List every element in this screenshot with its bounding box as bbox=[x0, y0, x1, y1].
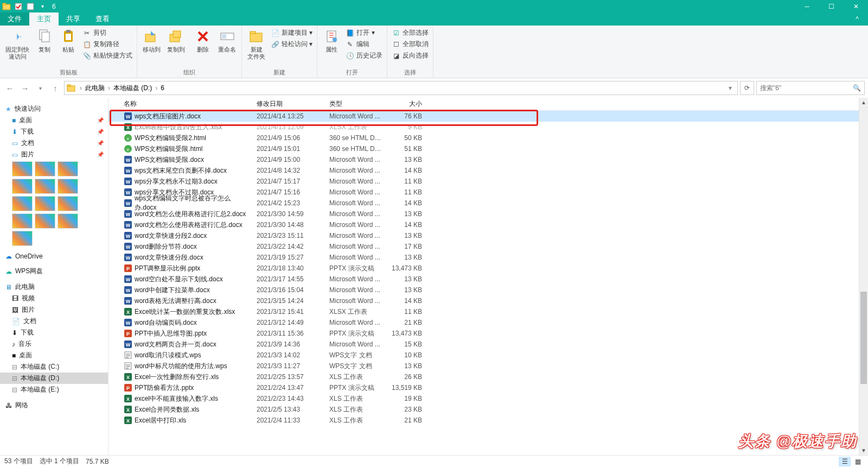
file-row[interactable]: eWPS文档编辑受限2.html2021/4/9 15:06360 se HTM… bbox=[108, 132, 859, 143]
file-row[interactable]: Wword文档两页合并一页.docx2021/3/9 14:36Microsof… bbox=[108, 339, 859, 350]
search-input[interactable] bbox=[760, 84, 853, 92]
breadcrumb[interactable]: 本地磁盘 (D:) bbox=[111, 84, 154, 93]
select-none-button[interactable]: ☐全部取消 bbox=[390, 39, 431, 49]
sidebar-pictures[interactable]: ▭图片📌 bbox=[0, 149, 108, 160]
properties-button[interactable]: 属性 bbox=[320, 27, 343, 54]
pinned-folder-thumbs[interactable] bbox=[0, 230, 108, 247]
file-row[interactable]: XExcel统计某一数据的重复次数.xlsx2021/3/12 15:41XLS… bbox=[108, 306, 859, 317]
history-button[interactable]: 🕓历史记录 bbox=[343, 51, 385, 61]
file-row[interactable]: Wwps分享文档永不过期3.docx2021/4/7 15:17Microsof… bbox=[108, 176, 859, 187]
sidebar-music[interactable]: ♪音乐 bbox=[0, 338, 108, 350]
file-row[interactable]: PPPT调整显示比例.pptx2021/3/18 13:40PPTX 演示文稿1… bbox=[108, 263, 859, 274]
file-row[interactable]: Wword中创建下拉菜单.docx2021/3/16 15:04Microsof… bbox=[108, 285, 859, 295]
minimize-button[interactable]: ─ bbox=[795, 0, 819, 12]
move-to-button[interactable]: 移动到 bbox=[139, 27, 164, 54]
tab-share[interactable]: 共享 bbox=[59, 12, 88, 26]
rename-button[interactable]: 重命名 bbox=[215, 27, 239, 54]
file-row[interactable]: XExcel表格中设置四舍五入.xlsx2021/4/13 12:09XLSX … bbox=[108, 122, 859, 132]
refresh-button[interactable]: ⟳ bbox=[740, 81, 754, 95]
file-row[interactable]: Wword文章快速分段2.docx2021/3/23 15:11Microsof… bbox=[108, 230, 859, 241]
column-type[interactable]: 类型 bbox=[325, 99, 386, 109]
file-row[interactable]: Wword自动编页码.docx2021/3/12 14:49Microsoft … bbox=[108, 317, 859, 328]
sidebar-desktop[interactable]: ■桌面📌 bbox=[0, 115, 108, 126]
pinned-folder-thumbs[interactable] bbox=[0, 195, 108, 212]
sidebar-wps[interactable]: ☁WPS网盘 bbox=[0, 266, 108, 277]
file-row[interactable]: XExcel一次性删除所有空行.xls2021/2/25 13:57XLS 工作… bbox=[108, 371, 859, 382]
file-row[interactable]: Wword文档怎么使用表格进行汇总.docx2021/3/30 14:48Mic… bbox=[108, 219, 859, 230]
column-size[interactable]: 大小 bbox=[386, 99, 426, 109]
back-button[interactable]: ← bbox=[3, 81, 16, 94]
file-row[interactable]: Wword删除分节符.docx2021/3/22 14:42Microsoft … bbox=[108, 241, 859, 252]
copy-path-button[interactable]: 📋复制路径 bbox=[80, 39, 135, 49]
easy-access-button[interactable]: 🔗轻松访问 ▾ bbox=[269, 39, 315, 49]
tab-file[interactable]: 文件 bbox=[0, 12, 29, 26]
address-bar[interactable]: › 此电脑 › 本地磁盘 (D:) › 6 ▾ bbox=[64, 81, 738, 95]
file-row[interactable]: PPPT中插入思维导图.pptx2021/3/11 15:36PPTX 演示文稿… bbox=[108, 328, 859, 339]
sidebar-drive-e[interactable]: ⊟本地磁盘 (E:) bbox=[0, 384, 108, 395]
delete-button[interactable]: 删除 bbox=[191, 27, 215, 54]
invert-selection-button[interactable]: ◪反向选择 bbox=[390, 51, 431, 61]
file-row[interactable]: eWPS文档编辑受限.html2021/4/9 15:01360 se HTML… bbox=[108, 143, 859, 154]
pin-to-quickaccess-button[interactable]: 固定到快 速访问 bbox=[2, 27, 33, 61]
sidebar-documents[interactable]: 📄文档 bbox=[0, 315, 108, 327]
file-row[interactable]: Wwps文档压缩图片.docx2021/4/14 13:25Microsoft … bbox=[108, 111, 859, 122]
paste-shortcut-button[interactable]: 📎粘贴快捷方式 bbox=[80, 51, 135, 61]
sidebar-documents[interactable]: ▭文档📌 bbox=[0, 137, 108, 149]
tab-home[interactable]: 主页 bbox=[29, 12, 59, 26]
file-row[interactable]: word取消只读模式.wps2021/3/3 14:02WPS文字 文档10 K… bbox=[108, 350, 859, 361]
sidebar-drive-d[interactable]: ⊟本地磁盘 (D:) bbox=[0, 373, 108, 384]
dropdown-icon[interactable]: ▾ bbox=[725, 84, 735, 92]
copy-to-button[interactable]: 复制到 bbox=[164, 27, 188, 54]
file-row[interactable]: WWPS文档编辑受限.docx2021/4/9 15:00Microsoft W… bbox=[108, 154, 859, 165]
scroll-up-arrow[interactable]: ▲ bbox=[859, 98, 868, 107]
cut-button[interactable]: ✂剪切 bbox=[80, 28, 135, 38]
breadcrumb[interactable]: 此电脑 bbox=[83, 84, 107, 93]
sidebar-downloads[interactable]: ⬇下载📌 bbox=[0, 126, 108, 137]
file-row[interactable]: Xexcel中不能直接输入数字.xls2021/2/23 14:43XLS 工作… bbox=[108, 393, 859, 404]
scroll-thumb[interactable] bbox=[860, 292, 867, 384]
paste-button[interactable]: 粘贴 bbox=[56, 27, 80, 54]
icons-view-button[interactable]: ▦ bbox=[852, 457, 864, 466]
file-row[interactable]: Wword表格无法调整行高.docx2021/3/15 14:24Microso… bbox=[108, 295, 859, 306]
copy-button[interactable]: 复制 bbox=[33, 27, 56, 54]
tab-view[interactable]: 查看 bbox=[88, 12, 117, 26]
sidebar-videos[interactable]: 🎞视频 bbox=[0, 293, 108, 304]
pinned-folder-thumbs[interactable] bbox=[0, 178, 108, 195]
pinned-folder-thumbs[interactable] bbox=[0, 212, 108, 230]
file-row[interactable]: word中标尺功能的使用方法.wps2021/3/3 11:27WPS文字 文档… bbox=[108, 361, 859, 371]
new-item-button[interactable]: 📄新建项目 ▾ bbox=[269, 28, 315, 38]
sidebar-downloads[interactable]: ⬇下载 bbox=[0, 327, 108, 338]
new-folder-button[interactable]: 新建 文件夹 bbox=[244, 27, 269, 61]
maximize-button[interactable]: ☐ bbox=[819, 0, 844, 12]
details-view-button[interactable]: ☰ bbox=[839, 457, 851, 466]
ribbon-collapse-button[interactable]: ^ bbox=[846, 12, 868, 26]
file-row[interactable]: Wword文档怎么使用表格进行汇总2.docx2021/3/30 14:59Mi… bbox=[108, 209, 859, 219]
sidebar-quickaccess[interactable]: ★快速访问 bbox=[0, 103, 108, 115]
breadcrumb[interactable]: 6 bbox=[158, 84, 167, 92]
column-date[interactable]: 修改日期 bbox=[252, 99, 325, 109]
file-row[interactable]: Wword空白处不显示下划线.docx2021/3/17 14:55Micros… bbox=[108, 274, 859, 285]
search-box[interactable]: 🔍 bbox=[756, 81, 865, 95]
sidebar-desktop[interactable]: ■桌面 bbox=[0, 350, 108, 361]
close-button[interactable]: ✕ bbox=[844, 0, 868, 12]
open-button[interactable]: 📘打开 ▾ bbox=[343, 28, 385, 38]
file-row[interactable]: XExcel居中打印.xls2021/2/4 11:33XLS 工作表21 KB bbox=[108, 415, 859, 426]
column-name[interactable]: 名称 bbox=[119, 99, 252, 109]
file-row[interactable]: Wwps文档编辑文字时总被吞字怎么办.docx2021/4/2 15:23Mic… bbox=[108, 198, 859, 209]
file-row[interactable]: XExcel合并同类数据.xls2021/2/5 13:43XLS 工作表23 … bbox=[108, 404, 859, 415]
edit-button[interactable]: ✎编辑 bbox=[343, 39, 385, 49]
scroll-down-arrow[interactable]: ▼ bbox=[859, 446, 868, 455]
file-row[interactable]: Wwps文档末尾空白页删不掉.docx2021/4/8 14:32Microso… bbox=[108, 165, 859, 176]
sidebar-network[interactable]: 🖧网络 bbox=[0, 400, 108, 411]
file-row[interactable]: Wword文章快速分段.docx2021/3/19 15:27Microsoft… bbox=[108, 252, 859, 263]
vertical-scrollbar[interactable]: ▲ ▼ bbox=[859, 98, 868, 455]
forward-button[interactable]: → bbox=[18, 81, 31, 94]
pinned-folder-thumbs[interactable] bbox=[0, 160, 108, 178]
sidebar-thispc[interactable]: 🖥此电脑 bbox=[0, 281, 108, 293]
up-button[interactable]: ↑ bbox=[49, 81, 62, 94]
file-row[interactable]: PPPT防偷看方法.pptx2021/2/24 13:47PPTX 演示文稿13… bbox=[108, 382, 859, 393]
sidebar-drive-c[interactable]: ⊟本地磁盘 (C:) bbox=[0, 361, 108, 373]
recent-dropdown[interactable]: ▾ bbox=[34, 81, 47, 94]
sidebar-pictures[interactable]: 🖼图片 bbox=[0, 304, 108, 315]
select-all-button[interactable]: ☑全部选择 bbox=[390, 28, 431, 38]
